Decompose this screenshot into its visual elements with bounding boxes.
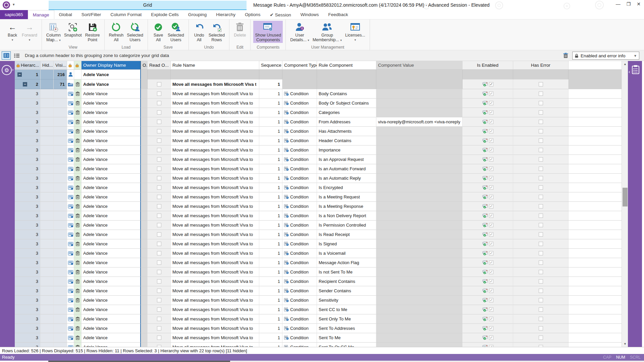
is-enabled-checkbox[interactable]: ✓ <box>489 92 493 96</box>
trash-icon[interactable] <box>76 129 79 133</box>
has-error-checkbox[interactable] <box>539 326 543 330</box>
trash-icon[interactable] <box>76 260 79 265</box>
trash-icon[interactable] <box>76 298 79 302</box>
component-row[interactable]: 3Adele VanceMove all messages from Micro… <box>15 127 622 136</box>
column-header-sequence[interactable]: Sequence <box>259 61 282 70</box>
horizontal-scrollbar[interactable] <box>0 361 644 362</box>
group-row-owner[interactable]: −1216Adele Vance <box>15 70 622 79</box>
is-enabled-checkbox[interactable]: ✓ <box>489 101 493 105</box>
delete-rule-cell[interactable] <box>74 136 82 145</box>
component-row[interactable]: 3Adele VanceMove all messages from Micro… <box>15 108 622 117</box>
tab-explode-cells[interactable]: Explode Cells <box>146 10 183 19</box>
column-header-hidden[interactable]: Hid... <box>41 61 54 70</box>
trash-icon[interactable] <box>76 223 79 227</box>
column-header-rule-name[interactable]: Rule Name <box>171 61 259 70</box>
undo-all-button[interactable]: UndoAll <box>192 21 207 43</box>
has-error-checkbox[interactable] <box>539 204 543 208</box>
column-map-button[interactable]: ColumnMap... ▾ <box>45 21 62 43</box>
restore-point-button[interactable]: RestorePoint <box>84 21 102 43</box>
has-error-checkbox[interactable] <box>539 270 543 274</box>
read-only-checkbox[interactable] <box>157 157 161 162</box>
has-error-checkbox[interactable] <box>539 336 543 340</box>
delete-rule-cell[interactable] <box>74 324 82 333</box>
component-row[interactable]: 3Adele VanceMove all messages from Micro… <box>15 155 622 164</box>
read-only-checkbox[interactable] <box>157 232 161 237</box>
read-only-checkbox[interactable] <box>157 251 161 255</box>
trash-icon[interactable] <box>76 82 79 86</box>
is-enabled-checkbox[interactable]: ✓ <box>489 195 493 199</box>
refresh-all-button[interactable]: RefreshAll <box>107 21 125 43</box>
quick-access-caret-icon[interactable]: ▾ <box>13 2 15 7</box>
delete-rule-cell[interactable] <box>74 296 82 305</box>
trash-icon[interactable] <box>76 336 79 340</box>
component-row[interactable]: 3Adele VanceMove all messages from Micro… <box>15 286 622 296</box>
component-row[interactable]: 3Adele VanceMove all messages from Micro… <box>15 202 622 211</box>
scroll-down-icon[interactable]: ▼ <box>622 341 628 347</box>
vertical-scroll-thumb[interactable] <box>623 188 628 206</box>
delete-rule-cell[interactable] <box>74 305 82 314</box>
is-enabled-checkbox[interactable]: ✓ <box>489 223 493 227</box>
component-row[interactable]: 3Adele VanceMove all messages from Micro… <box>15 239 622 249</box>
read-only-checkbox[interactable] <box>157 223 161 227</box>
component-row[interactable]: 3Adele VanceMove all messages from Micro… <box>15 211 622 221</box>
delete-rule-cell[interactable] <box>74 108 82 117</box>
has-error-checkbox[interactable] <box>539 307 543 312</box>
trash-icon[interactable] <box>76 214 79 218</box>
read-only-checkbox[interactable] <box>157 270 161 274</box>
is-enabled-checkbox[interactable]: ✓ <box>489 129 493 133</box>
component-row[interactable]: 3Adele VanceMove all messages from Micro… <box>15 164 622 174</box>
delete-rule-cell[interactable] <box>74 286 82 296</box>
read-only-checkbox[interactable] <box>157 279 161 284</box>
collapse-expander[interactable]: − <box>17 72 22 77</box>
has-error-checkbox[interactable] <box>539 223 543 227</box>
component-row[interactable]: 3Adele VanceMove all messages from Micro… <box>15 249 622 258</box>
component-row[interactable]: 3Adele VanceMove all messages from Micro… <box>15 324 622 333</box>
is-enabled-checkbox[interactable]: ✓ <box>489 148 493 152</box>
read-only-checkbox[interactable] <box>157 317 161 321</box>
trash-icon[interactable] <box>76 279 79 284</box>
is-enabled-checkbox[interactable]: ✓ <box>489 317 493 321</box>
is-enabled-checkbox[interactable]: ✓ <box>489 232 493 237</box>
read-only-checkbox[interactable] <box>157 138 161 143</box>
is-enabled-checkbox[interactable]: ✓ <box>489 157 493 162</box>
delete-rule-cell[interactable] <box>74 155 82 164</box>
trash-icon[interactable] <box>76 157 79 162</box>
tab-options[interactable]: Options <box>240 10 265 19</box>
delete-rule-cell[interactable] <box>74 183 82 192</box>
has-error-checkbox[interactable] <box>539 260 543 265</box>
is-enabled-checkbox[interactable]: ✓ <box>489 204 493 208</box>
component-row[interactable]: 3Adele VanceMove all messages from Micro… <box>15 314 622 324</box>
column-header-delete-col[interactable] <box>74 61 82 70</box>
gear-icon[interactable]: ⚙ <box>2 65 12 75</box>
trash-icon[interactable] <box>76 120 79 124</box>
column-header-rule-component[interactable]: Rule Component <box>317 61 376 70</box>
read-only-checkbox[interactable] <box>157 167 161 171</box>
delete-rule-cell[interactable] <box>74 117 82 127</box>
read-only-checkbox[interactable] <box>157 307 161 312</box>
component-row[interactable]: 3Adele VanceMove all messages from Micro… <box>15 89 622 99</box>
has-error-checkbox[interactable] <box>539 195 543 199</box>
forward-button[interactable]: →Forward▾ <box>20 21 39 43</box>
snapshot-button[interactable]: Snapshot <box>62 21 84 38</box>
minimize-button[interactable]: — <box>616 1 621 7</box>
column-header-visible[interactable]: Visi... <box>54 61 67 70</box>
tab-sapio365[interactable]: sapio365 <box>0 10 28 19</box>
column-header-owner-display-name[interactable]: Owner Display Name <box>82 61 141 70</box>
has-error-checkbox[interactable] <box>539 92 543 96</box>
has-error-checkbox[interactable] <box>539 232 543 237</box>
is-enabled-checkbox[interactable]: ✓ <box>489 214 493 218</box>
tab-sort-filter[interactable]: Sort/Filter <box>77 10 106 19</box>
back-button[interactable]: ←Back▾ <box>5 21 20 43</box>
delete-rule-cell[interactable] <box>74 333 82 343</box>
is-enabled-checkbox[interactable]: ✓ <box>489 298 493 302</box>
delete-rule-cell[interactable] <box>74 239 82 249</box>
trash-icon[interactable] <box>76 270 79 274</box>
column-header-rule-icon-col[interactable] <box>67 61 74 70</box>
is-enabled-checkbox[interactable]: ✓ <box>489 260 493 265</box>
has-error-checkbox[interactable] <box>539 157 543 162</box>
is-enabled-checkbox[interactable]: ✓ <box>489 185 493 190</box>
is-enabled-checkbox[interactable]: ✓ <box>489 242 493 246</box>
read-only-checkbox[interactable] <box>157 92 161 96</box>
component-row[interactable]: 3Adele VanceMove all messages from Micro… <box>15 221 622 230</box>
read-only-checkbox[interactable] <box>157 82 161 86</box>
